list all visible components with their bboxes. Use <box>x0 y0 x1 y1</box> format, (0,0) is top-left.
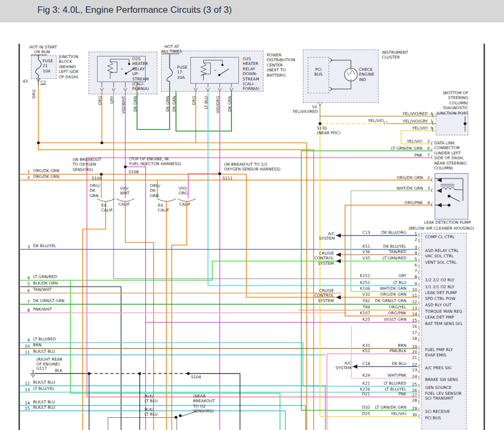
left-row-number: 10 <box>25 344 30 348</box>
left-row-number: 13 <box>25 387 30 392</box>
pcm-pin-number: 15 <box>412 318 417 323</box>
flow-arrow <box>336 233 341 238</box>
relay-contact <box>221 64 223 66</box>
pin-bump-icon: ( <box>431 202 433 207</box>
pcm-pin-number: 11 <box>412 293 417 298</box>
pcm-wire-color: ORG/DK GRN <box>380 292 406 297</box>
brace <box>97 199 115 201</box>
pcm-circuit-code: C13 <box>362 230 370 235</box>
pcm-pin-number: 6 <box>414 263 417 267</box>
pcm-pin-number: 4 <box>414 250 417 255</box>
label: YEL/VIO <box>368 118 383 123</box>
pcm-pin-number: 29 <box>412 406 417 411</box>
pcm-pin-number: 25 <box>412 382 417 387</box>
pin-bump-icon: ( <box>418 307 420 312</box>
pcm-function-label: VENT SOL CTRL <box>425 260 457 265</box>
left-row-wire-label: ORG/DK GRN <box>33 174 59 179</box>
pcm-function-label: PCI BUS <box>425 416 441 420</box>
label: S108 <box>129 169 139 174</box>
relay-switch-icon <box>219 69 229 75</box>
flow-arrow <box>353 364 357 369</box>
pin-bump-icon: ( <box>418 232 420 238</box>
connector-chevron-icon <box>206 88 210 91</box>
pcm-pin-number: 23 <box>412 368 417 372</box>
fuse-icon <box>36 60 42 75</box>
pin-bump-icon: ( <box>418 337 420 343</box>
pcm-pin-number: 5 <box>414 257 417 262</box>
pcm-wire-color: BRN <box>398 343 406 348</box>
junction-dot <box>179 414 181 417</box>
pcm-wire-color: ORG/PNK <box>388 311 406 315</box>
pcm-function-label: FUEL PMP RLY <box>425 347 453 352</box>
ldp-row-pin-number: 4 <box>427 200 430 205</box>
pcm-circuit-code: F42 <box>363 298 370 303</box>
left-row-number: 11 <box>25 350 30 355</box>
left-row-number: 8 <box>27 308 30 313</box>
flow-arrow <box>437 203 442 207</box>
pcm-circuit-code: D25 <box>362 411 370 416</box>
pcm-circuit-code: V35 <box>362 256 370 261</box>
label: ORG/ DK GRN <box>90 183 100 198</box>
label: (IN BREAKOUT TO 2/2 OXYGEN SENSOR HARNES… <box>224 162 281 172</box>
pcm-wire-color: GRY <box>398 273 406 278</box>
left-row-wire-label: DK GRN/LT GRN <box>33 298 65 303</box>
label: OR RUN <box>34 50 50 54</box>
pcm-wire-color: PNK <box>398 392 406 396</box>
brace <box>116 199 134 201</box>
label: S130 <box>317 126 327 131</box>
pin-bump-icon: ( <box>418 258 420 263</box>
label: YEL/VIO/RED <box>292 109 318 114</box>
brace <box>157 199 176 201</box>
junction-dot <box>100 141 103 144</box>
label: PCI BUS <box>314 67 322 77</box>
pcm-pin-number: 17 <box>412 330 417 335</box>
label: POWER DISTRIBUTION CENTER (NEXT TO BATTE… <box>267 53 295 78</box>
label: A/C SYSTEM <box>335 361 351 371</box>
pcm-wire-color: LT BLU <box>393 280 406 285</box>
pcm-circuit-code: C18 <box>362 361 370 366</box>
pin-bump-icon: ( <box>418 251 420 257</box>
djp-row-wire-color: YEL/VIO <box>412 126 428 131</box>
pcm-circuit-code: K151 <box>360 273 370 278</box>
left-row-number: 9 <box>27 338 30 343</box>
label: DK GRN <box>133 96 138 112</box>
pin-bump-icon: ( <box>431 155 433 160</box>
pcm-function-label: EVAP EMIS <box>425 353 446 358</box>
junction-dot <box>100 173 102 175</box>
dlc-row-wire-color: PNK <box>414 153 422 158</box>
label: C2 <box>41 80 46 85</box>
relay-contact <box>128 63 130 65</box>
relay-coil-icon <box>110 62 117 72</box>
pcm-function-label: COMP CL CTRL <box>425 234 455 239</box>
label: ORG <box>31 90 36 99</box>
label: (NEAR BREAKOUT TO O2 SENSORS) <box>193 394 215 414</box>
wire <box>331 60 351 68</box>
pcm-wire-color: LT BLU/RED <box>383 381 406 386</box>
wire <box>188 174 220 198</box>
label: ORG <box>191 96 196 105</box>
connector-chevron-icon <box>124 88 127 91</box>
left-row-wire-label: BLK/DK GRN <box>33 281 58 286</box>
label: ORG <box>98 96 102 105</box>
label: 43 <box>22 79 28 84</box>
pin-bump-icon: ( <box>418 407 420 412</box>
pin-bump-icon: ( <box>432 127 434 133</box>
pcm-circuit-code: D32 <box>362 405 370 410</box>
wire <box>20 405 306 430</box>
wire <box>20 343 418 386</box>
ldp-row-wire-color: WHT/DK GRN <box>396 186 423 191</box>
pin-bump-icon: ( <box>432 120 434 126</box>
left-row-wire-label: TAN/WHT <box>33 287 52 292</box>
pcm-wire-color: PNK/BLK <box>389 348 406 353</box>
left-row-number: 2 <box>27 175 30 180</box>
label: DK GRN <box>172 96 177 112</box>
label: O2S HEATER RELAY UP- STREAM (CALI- FORNI… <box>132 56 149 92</box>
pcm-wire-color: LT GRN/DK GRN <box>375 405 406 410</box>
pin-bump-icon: ( <box>431 148 433 153</box>
left-row-wire-label: PNK/WHT <box>33 307 52 312</box>
label: BLK <box>55 368 62 373</box>
label: BLK/ LT BLU <box>145 394 158 404</box>
dlc-row-pin-number: 6 <box>427 146 430 151</box>
left-row-number: 3 <box>27 245 30 249</box>
pin-bump-icon: ( <box>418 325 420 330</box>
